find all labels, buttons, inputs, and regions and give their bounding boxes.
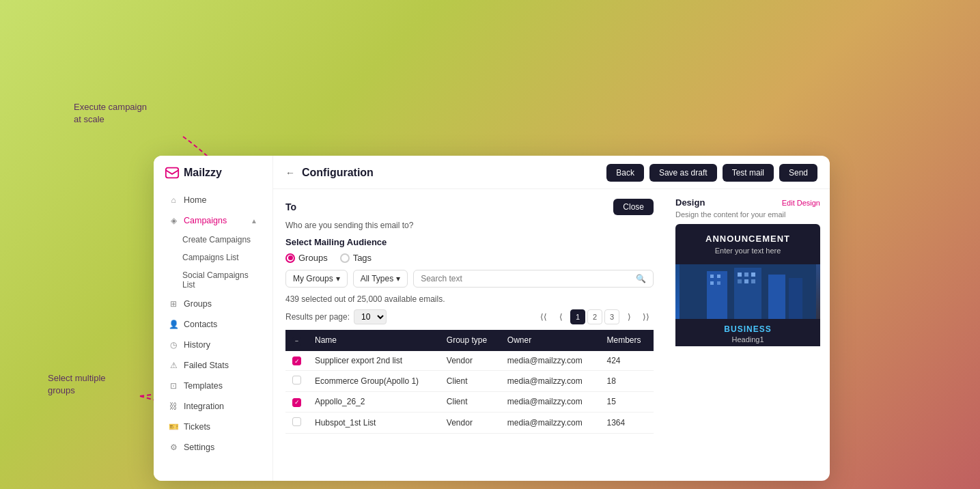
pagination-page-3[interactable]: 3 xyxy=(604,309,619,324)
radio-tags-circle xyxy=(340,253,350,263)
table-header-checkbox: − xyxy=(285,330,308,351)
close-button[interactable]: Close xyxy=(613,199,654,215)
save-as-draft-button[interactable]: Save as draft xyxy=(649,164,717,182)
sidebar-item-history[interactable]: ◷ History xyxy=(158,335,268,354)
row-checkbox-4[interactable] xyxy=(292,417,301,426)
svg-rect-10 xyxy=(717,281,720,285)
svg-rect-16 xyxy=(751,279,755,283)
svg-rect-14 xyxy=(738,279,742,283)
integration-icon: ⛓ xyxy=(169,402,178,411)
groups-dropdown-arrow: ▾ xyxy=(336,274,340,283)
header: ← Configuration Back Save as draft Test … xyxy=(273,156,830,189)
pagination-prev[interactable]: ⟨ xyxy=(553,309,568,324)
row-checkbox-3[interactable]: ✓ xyxy=(292,398,301,407)
table-header: − Name Group type Owner Members xyxy=(285,330,654,351)
header-checkbox[interactable]: − xyxy=(292,337,301,346)
pagination-first[interactable]: ⟨⟨ xyxy=(536,309,551,324)
svg-rect-1 xyxy=(166,168,178,178)
content-area: To Close Who are you sending this email … xyxy=(273,189,830,481)
row-members-1: 424 xyxy=(600,351,654,371)
design-panel: Design Edit Design Design the content fo… xyxy=(666,189,830,481)
table-row: ✓ Supplicer export 2nd list Vendor media… xyxy=(285,351,654,371)
templates-icon: ⊡ xyxy=(169,381,178,391)
home-icon: ⌂ xyxy=(169,195,178,205)
sidebar-item-home[interactable]: ⌂ Home xyxy=(158,191,268,210)
row-members-2: 18 xyxy=(600,371,654,392)
edit-design-link[interactable]: Edit Design xyxy=(782,199,820,207)
radio-groups[interactable]: Groups xyxy=(285,253,328,263)
per-page-select[interactable]: 10 25 50 xyxy=(354,309,387,324)
sidebar-item-campaigns[interactable]: ◈ Campaigns ▲ xyxy=(158,211,268,230)
sidebar-item-contacts[interactable]: 👤 Contacts xyxy=(158,315,268,334)
search-box: 🔍 xyxy=(413,270,654,288)
design-preview: ANNOUNCEMENT Enter your text here xyxy=(675,224,820,473)
modal-panel: To Close Who are you sending this email … xyxy=(273,189,666,481)
sidebar-label-campaigns-list: Campaigns List xyxy=(182,253,239,262)
svg-rect-11 xyxy=(738,273,742,277)
radio-tags[interactable]: Tags xyxy=(340,253,372,263)
header-actions: Back Save as draft Test mail Send xyxy=(606,164,817,182)
sidebar-label-create-campaigns: Create Campaigns xyxy=(182,235,251,244)
row-owner-1: media@mailzzy.com xyxy=(501,351,600,371)
back-button[interactable]: Back xyxy=(606,164,644,182)
sidebar-item-failed-stats[interactable]: ⚠ Failed Stats xyxy=(158,356,268,375)
back-arrow-icon: ← xyxy=(285,167,295,178)
chevron-up-icon: ▲ xyxy=(251,217,257,225)
sidebar: Mailzzy ⌂ Home ◈ Campaigns ▲ Create Camp… xyxy=(154,156,273,481)
per-page-control: Results per page: 10 25 50 xyxy=(285,309,387,324)
design-panel-title: Design xyxy=(675,197,705,208)
radio-tags-label: Tags xyxy=(353,253,372,263)
table-header-members: Members xyxy=(600,330,654,351)
history-icon: ◷ xyxy=(169,340,178,350)
sidebar-item-groups[interactable]: ⊞ Groups xyxy=(158,294,268,313)
row-group-type-1: Vendor xyxy=(440,351,501,371)
page-title: Configuration xyxy=(302,167,374,179)
preview-announcement-block: ANNOUNCEMENT Enter your text here xyxy=(675,224,820,264)
pagination-last[interactable]: ⟩⟩ xyxy=(639,309,654,324)
sidebar-item-social-campaigns-list[interactable]: Social Campaigns List xyxy=(158,267,268,293)
pagination-row: Results per page: 10 25 50 ⟨⟨ ⟨ 1 2 xyxy=(285,309,654,324)
row-owner-4: media@mailzzy.com xyxy=(501,412,600,433)
sidebar-item-templates[interactable]: ⊡ Templates xyxy=(158,376,268,395)
modal-title: To xyxy=(285,201,296,212)
row-checkbox-1[interactable]: ✓ xyxy=(292,357,301,365)
sidebar-label-home: Home xyxy=(184,195,206,205)
sidebar-label-templates: Templates xyxy=(184,381,223,391)
sidebar-label-campaigns: Campaigns xyxy=(184,216,227,225)
sidebar-item-tickets[interactable]: 🎫 Tickets xyxy=(158,417,268,436)
sidebar-label-groups: Groups xyxy=(184,299,212,309)
row-name-3: Appollo_26_2 xyxy=(308,392,440,413)
sidebar-item-create-campaigns[interactable]: Create Campaigns xyxy=(158,232,268,248)
row-checkbox-2[interactable] xyxy=(292,376,301,385)
sidebar-label-failed-stats: Failed Stats xyxy=(184,361,229,370)
table-header-owner: Owner xyxy=(501,330,600,351)
preview-card: ANNOUNCEMENT Enter your text here xyxy=(675,224,820,346)
sidebar-item-settings[interactable]: ⚙ Settings xyxy=(158,438,268,457)
svg-rect-15 xyxy=(744,279,748,283)
groups-dropdown[interactable]: My Groups ▾ xyxy=(285,270,348,288)
send-button[interactable]: Send xyxy=(779,164,817,182)
search-icon: 🔍 xyxy=(636,274,646,283)
row-checkbox-cell-3: ✓ xyxy=(285,392,308,413)
sidebar-item-campaigns-list[interactable]: Campaigns List xyxy=(158,249,268,266)
sidebar-label-settings: Settings xyxy=(184,443,214,452)
modal-header: To Close xyxy=(285,199,654,215)
test-mail-button[interactable]: Test mail xyxy=(723,164,774,182)
svg-rect-8 xyxy=(717,275,720,278)
types-dropdown[interactable]: All Types ▾ xyxy=(353,270,408,288)
contacts-icon: 👤 xyxy=(169,320,178,329)
preview-business-block: BUSINESS Heading1 xyxy=(675,319,820,346)
search-input[interactable] xyxy=(421,274,632,283)
annotation-execute: Execute campaignat scale xyxy=(74,101,147,126)
pagination-page-2[interactable]: 2 xyxy=(587,309,602,324)
sidebar-item-integration[interactable]: ⛓ Integration xyxy=(158,397,268,416)
tickets-icon: 🎫 xyxy=(169,422,178,432)
design-panel-subtitle: Design the content for your email xyxy=(675,210,820,219)
pagination-next[interactable]: ⟩ xyxy=(621,309,636,324)
sidebar-label-contacts: Contacts xyxy=(184,320,217,329)
pagination-page-1[interactable]: 1 xyxy=(570,309,585,324)
row-name-2: Ecommerce Group(Apollo 1) xyxy=(308,371,440,392)
pagination: ⟨⟨ ⟨ 1 2 3 ⟩ ⟩⟩ xyxy=(536,309,654,324)
business-title: BUSINESS xyxy=(682,324,813,334)
svg-rect-7 xyxy=(710,275,714,278)
